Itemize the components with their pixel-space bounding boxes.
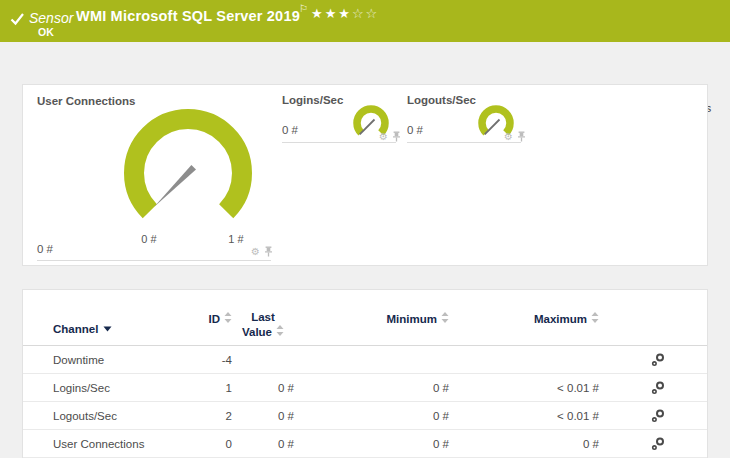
tab-bar: Overview Live Data 2 days 30 days 365 da… [0,42,730,84]
filter-caret-icon[interactable] [103,326,112,332]
sort-icon[interactable] [276,325,284,336]
cell-id: -4 [177,354,232,366]
logouts-gauge-actions: ⚙ [504,131,526,142]
cell-minimum: 0 # [294,382,449,394]
cell-maximum: < 0.01 # [449,382,599,394]
cell-channel: Logins/Sec [37,382,177,394]
small-gauge-title: Logins/Sec [282,94,343,106]
table-row-user-connections: User Connections 0 0 # 0 # 0 # [23,430,707,458]
column-label: Minimum [387,313,437,325]
pin-icon[interactable] [392,131,401,142]
cell-id: 2 [177,410,232,422]
cell-maximum: 0 # [449,438,599,450]
sort-icon[interactable] [224,312,232,323]
primary-gauge-max-label: 1 # [216,233,256,245]
sensor-status-header: Sensor WMI Microsoft SQL Server 2019 ⚐ ★… [0,0,730,42]
column-header-minimum[interactable]: Minimum [294,312,449,345]
column-label: Channel [53,323,98,335]
column-label: Maximum [534,313,587,325]
primary-gauge-value: 0 # [37,243,53,255]
priority-stars[interactable]: ★★★☆☆ [311,6,379,21]
table-body: Downtime -4 Logins/Sec 1 0 # 0 # < 0.01 … [23,346,707,458]
stars-empty[interactable]: ☆☆ [352,6,379,21]
cell-maximum: < 0.01 # [449,410,599,422]
table-row-logins: Logins/Sec 1 0 # 0 # < 0.01 # [23,374,707,402]
pin-icon[interactable] [517,131,526,142]
column-header-channel[interactable]: Channel [37,312,177,345]
gauge-needle [154,165,196,207]
small-gauge-title: Logouts/Sec [407,94,476,106]
sort-icon[interactable] [441,312,449,323]
sensor-title: WMI Microsoft SQL Server 2019 [76,8,300,24]
divider [282,142,396,143]
channel-settings-icon[interactable] [651,381,665,395]
divider [407,142,521,143]
gear-icon[interactable]: ⚙ [379,132,388,142]
table-header-row: Channel ID Last Value Minimum Maximum [23,290,707,346]
table-row-logouts: Logouts/Sec 2 0 # 0 # < 0.01 # [23,402,707,430]
column-label: Last Value [242,311,275,338]
sort-icon[interactable] [591,312,599,323]
small-gauge-value: 0 # [407,124,423,136]
cell-id: 1 [177,382,232,394]
gear-icon[interactable]: ⚙ [251,247,260,257]
cell-minimum: 0 # [294,438,449,450]
channel-settings-icon[interactable] [651,409,665,423]
cell-minimum: 0 # [294,410,449,422]
table-row-downtime: Downtime -4 [23,346,707,374]
cell-channel: User Connections [37,438,177,450]
logins-gauge-actions: ⚙ [379,131,401,142]
column-label: ID [209,313,221,325]
channel-settings-icon[interactable] [651,437,665,451]
column-header-tools [599,312,693,345]
object-kind-label: Sensor [29,10,73,26]
cell-last-value: 0 # [232,438,294,450]
divider [37,260,271,261]
flag-icon[interactable]: ⚐ [299,3,308,14]
primary-gauge-actions: ⚙ [251,246,273,257]
status-ok-check-icon [9,11,25,27]
gauge-needle [360,120,375,135]
cell-last-value: 0 # [232,382,294,394]
small-gauge-value: 0 # [282,124,298,136]
cell-id: 0 [177,438,232,450]
gear-icon[interactable]: ⚙ [504,132,513,142]
cell-channel: Downtime [37,354,177,366]
cell-last-value: 0 # [232,410,294,422]
primary-gauge-min-label: 0 # [129,233,169,245]
pin-icon[interactable] [264,246,273,257]
channel-settings-icon[interactable] [651,353,665,367]
prtg-sensor-page: Sensor WMI Microsoft SQL Server 2019 ⚐ ★… [0,0,730,458]
cell-channel: Logouts/Sec [37,410,177,422]
channel-table-panel: Channel ID Last Value Minimum Maximum Do… [22,289,708,458]
primary-gauge [118,103,258,243]
stars-filled[interactable]: ★★★ [311,6,352,21]
column-header-maximum[interactable]: Maximum [449,312,599,345]
sensor-status-text: OK [38,26,54,38]
gauge-needle [485,120,500,135]
column-header-id[interactable]: ID [177,312,232,345]
column-header-last-value[interactable]: Last Value [232,312,294,345]
gauges-panel: User Connections 0 # 1 # 0 # ⚙ Logins/Se… [22,84,708,266]
